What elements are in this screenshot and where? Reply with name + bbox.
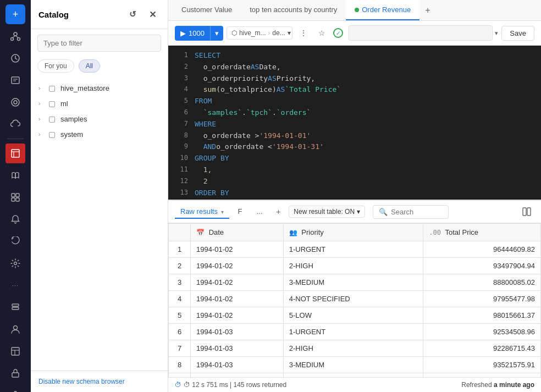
results-search-input[interactable] — [391, 208, 443, 216]
filter-tab-for-you[interactable]: For you — [37, 59, 74, 73]
tree-item-label: system — [60, 130, 83, 139]
open-book-icon[interactable] — [5, 165, 25, 185]
sidebar-search-input[interactable] — [37, 35, 161, 52]
bell-icon[interactable] — [5, 209, 25, 229]
dots-more-icon[interactable]: ··· — [5, 275, 25, 295]
tab-top-ten[interactable]: top ten accounts by country — [241, 0, 346, 20]
tab-customer-value[interactable]: Customer Value — [173, 0, 241, 20]
tree-item-system[interactable]: › ▢ system — [31, 126, 168, 142]
results-tab-more[interactable]: ... — [251, 205, 268, 219]
code-line-11: 11 1, — [168, 164, 541, 176]
new-result-toggle[interactable]: New result table: ON ▾ — [289, 206, 365, 218]
cell-total: 96444609.82 — [423, 241, 541, 258]
sidebar-header: Catalog ↺ ✕ — [31, 0, 168, 29]
cell-date: 1994-01-03 — [191, 324, 284, 340]
code-line-3: 3 o_orderpriority AS Priority, — [168, 73, 541, 85]
table-icon: ▢ — [48, 84, 57, 92]
tree-item-samples[interactable]: › ▢ samples — [31, 111, 168, 126]
results-section: Raw results ▾ F ... + New result table: … — [168, 200, 541, 392]
diagram-icon[interactable] — [5, 26, 25, 46]
schema-chevron: ▾ — [288, 29, 291, 37]
svg-rect-11 — [12, 150, 19, 157]
gear2-icon[interactable] — [5, 385, 25, 392]
query-list-icon[interactable] — [5, 70, 25, 90]
table-row: 6 1994-01-03 1-URGENT 92534508.96 — [169, 324, 541, 340]
schema-path2: de... — [272, 29, 285, 37]
timing-text: ⏱ 12 s 751 ms | 145 rows returned — [184, 381, 286, 389]
tree-item-ml[interactable]: › ▢ ml — [31, 96, 168, 111]
results-tab-raw[interactable]: Raw results ▾ — [175, 205, 229, 219]
cell-date: 1994-01-02 — [191, 274, 284, 291]
table2-icon[interactable] — [5, 341, 25, 361]
table-icon: ▢ — [48, 114, 57, 123]
tabs-bar: Customer Value top ten accounts by count… — [168, 0, 541, 21]
history-icon[interactable] — [5, 48, 25, 68]
schema-path-dropdown[interactable]: ⬡ hive_m... › de... ▾ — [227, 26, 292, 40]
run-button[interactable]: ▶ 1000 ▾ — [175, 26, 223, 41]
sidebar-footer-link[interactable]: Disable new schema browser — [31, 371, 168, 392]
schema-icon: ⬡ — [231, 29, 237, 37]
close-sidebar-icon[interactable]: ✕ — [145, 7, 160, 22]
code-editor[interactable]: 1SELECT 2 o_orderdate AS Date, 3 o_order… — [168, 46, 541, 200]
results-search-box[interactable]: 🔍 — [373, 205, 449, 219]
status-chevron-icon[interactable]: ▾ — [495, 30, 498, 37]
svg-point-9 — [12, 98, 19, 106]
settings-icon[interactable] — [5, 253, 25, 273]
new-result-label: New result table: ON — [294, 208, 355, 216]
svg-point-10 — [14, 101, 17, 104]
cell-priority: 4-NOT SPECIFIED — [283, 291, 423, 307]
recycle-icon[interactable] — [5, 231, 25, 251]
code-line-8: 8 o_orderdate > '1994-01-01' — [168, 130, 541, 142]
svg-rect-22 — [12, 347, 19, 355]
table-icon: ▢ — [48, 130, 57, 139]
run-dropdown-button[interactable]: ▾ — [210, 26, 223, 41]
col-header-priority[interactable]: 👥 Priority — [283, 224, 423, 241]
insights-icon[interactable] — [5, 92, 25, 112]
add-icon[interactable]: + — [5, 4, 25, 24]
layers-icon[interactable] — [5, 297, 25, 317]
star-icon[interactable]: ☆ — [314, 25, 330, 41]
tab-order-revenue[interactable]: Order Revenue — [346, 0, 419, 20]
more-options-icon[interactable]: ⋮ — [296, 25, 311, 41]
cloud-icon[interactable] — [5, 114, 25, 134]
run-icon: ▶ — [180, 29, 186, 37]
plugin-icon[interactable] — [5, 363, 25, 383]
schema-path1: hive_m... — [239, 29, 266, 37]
svg-rect-19 — [12, 304, 19, 306]
code-line-10: 10GROUP BY — [168, 153, 541, 164]
table-row: 8 1994-01-03 3-MEDIUM 93521575.91 — [169, 357, 541, 373]
editor-active-icon[interactable] — [5, 143, 25, 163]
number-col-icon: .00 — [429, 229, 441, 236]
cell-total: 92534508.96 — [423, 324, 541, 340]
cell-priority: 3-MEDIUM — [283, 274, 423, 291]
filter-tab-all[interactable]: All — [79, 59, 100, 73]
row-num: 7 — [169, 340, 191, 357]
chevron-right-icon: › — [38, 101, 45, 107]
user-icon[interactable] — [5, 319, 25, 339]
layout-toggle-icon[interactable] — [519, 204, 534, 219]
row-num: 6 — [169, 324, 191, 340]
cell-total: 98015661.37 — [423, 307, 541, 324]
col-header-total-price[interactable]: .00 Total Price — [423, 224, 541, 241]
add-tab-button[interactable]: + — [419, 1, 435, 20]
tree-item-hive-metastore[interactable]: › ▢ hive_metastore — [31, 80, 168, 96]
code-line-1: 1SELECT — [168, 50, 541, 62]
sidebar-title: Catalog — [38, 10, 69, 19]
cell-priority: 1-URGENT — [283, 241, 423, 258]
cell-priority: 2-HIGH — [283, 258, 423, 274]
cell-total: 93521575.91 — [423, 357, 541, 373]
svg-rect-16 — [12, 198, 15, 201]
col-header-date[interactable]: 📅 Date — [191, 224, 284, 241]
refresh-catalog-icon[interactable]: ↺ — [125, 7, 140, 22]
results-table: 📅 Date 👥 Priority .00 Total Price — [168, 223, 541, 377]
grid-dashboard-icon[interactable] — [5, 187, 25, 207]
add-result-tab-icon[interactable]: + — [271, 205, 285, 219]
run-button-main[interactable]: ▶ 1000 — [175, 26, 210, 41]
chevron-right-icon: › — [38, 85, 45, 91]
save-button[interactable]: Save — [501, 26, 534, 41]
results-tab-f[interactable]: F — [233, 205, 248, 219]
chevron-down-icon: ▾ — [221, 209, 224, 215]
cell-date: 1994-01-02 — [191, 307, 284, 324]
cell-total: 93497904.94 — [423, 258, 541, 274]
cell-date: 1994-01-02 — [191, 291, 284, 307]
